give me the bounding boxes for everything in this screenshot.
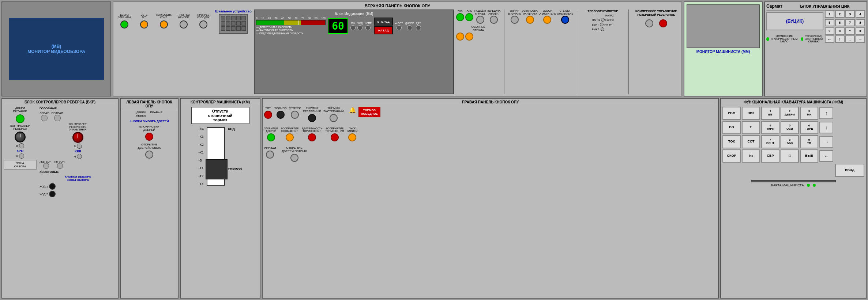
indicator-blokirovka[interactable] <box>145 133 153 141</box>
indicator-levaya[interactable] <box>41 115 48 121</box>
numpad-4[interactable]: 4 <box>856 11 865 18</box>
indicator-bditelnost[interactable] <box>308 133 316 141</box>
indicator-vent[interactable] <box>600 23 604 26</box>
fkm-vo-btn[interactable]: ВО <box>722 121 741 134</box>
numpad-1[interactable]: 1 <box>825 11 834 18</box>
indicator-aost[interactable] <box>397 25 402 30</box>
knob-reversa[interactable] <box>15 132 26 143</box>
fkm-3mk-btn[interactable]: 3МК <box>800 107 818 120</box>
indicator-progrev-kolodok[interactable] <box>199 20 207 29</box>
km-lever-handle[interactable] <box>206 159 228 179</box>
numpad-2[interactable]: 2 <box>835 11 845 18</box>
numpad-down[interactable]: ↓ <box>845 35 855 43</box>
indicator-h-reversa[interactable] <box>19 153 24 159</box>
numpad-5[interactable]: 5 <box>825 19 834 26</box>
fkm-right-arrow[interactable]: → <box>819 136 833 148</box>
fkm-down-arrow[interactable]: ↓ <box>819 122 833 133</box>
fkm-2dveri-btn[interactable]: 2ДВЕРИ <box>781 107 799 120</box>
fkm-4tkrp-btn[interactable]: 4ТКРП <box>761 121 779 134</box>
numpad-0[interactable]: 0 <box>835 27 845 35</box>
numpad-8[interactable]: 8 <box>856 19 865 26</box>
indicator-pravaya[interactable] <box>54 115 61 121</box>
fkm-9tp-btn[interactable]: 9ТП <box>800 135 818 148</box>
indicator-obogrev-2[interactable] <box>465 33 473 41</box>
indicator-ispr[interactable] <box>365 25 371 30</box>
fkm-7vent-btn[interactable]: 7ВЕНТ <box>761 135 779 148</box>
indicator-pn[interactable] <box>350 25 356 30</box>
indicator-dveri-closed[interactable] <box>120 20 128 29</box>
indicator-tpt[interactable] <box>264 111 272 119</box>
fkm-1bv-btn[interactable]: 1БВ <box>761 107 779 120</box>
fkm-vvod-btn[interactable]: ВВОД <box>835 164 864 177</box>
indicator-obogrev-1[interactable] <box>456 33 464 41</box>
numpad-hash[interactable]: # <box>856 27 865 35</box>
numpad-7[interactable]: 7 <box>845 19 855 26</box>
fkm-tok-btn[interactable]: ТОК <box>722 135 741 148</box>
indicator-dveri-pitanie[interactable] <box>16 114 25 123</box>
indicator-v-reserv[interactable] <box>77 144 82 149</box>
indicator-signal[interactable] <box>266 151 274 159</box>
indicator-compressor-2[interactable] <box>659 19 667 27</box>
fkm-square-btn[interactable]: □ <box>781 149 799 163</box>
indicator-h-reserv[interactable] <box>77 154 82 159</box>
indicator-kakh[interactable] <box>456 13 464 21</box>
indicator-vosp-torm[interactable] <box>331 133 339 141</box>
knob-khod2[interactable] <box>49 191 56 197</box>
fkm-8bbz-btn[interactable]: 8ББЗ <box>781 135 799 148</box>
indicator-tormoz-ekstren[interactable] <box>330 114 338 122</box>
knob-reserv[interactable] <box>72 132 83 143</box>
indicator-nagr1[interactable] <box>601 18 605 22</box>
indicator-steklo[interactable] <box>561 16 569 24</box>
indicator-vybor[interactable] <box>543 16 551 24</box>
fkm-sbr-btn[interactable]: СБР <box>761 149 779 163</box>
indicator-ustanovka[interactable] <box>526 16 534 24</box>
fkm-no-btn[interactable]: № <box>742 149 760 163</box>
fkm-vyb-btn[interactable]: ВЫБ <box>800 149 818 163</box>
indicator-lev-bort[interactable] <box>43 163 49 169</box>
fkm-rej-btn[interactable]: РЕЖ <box>722 107 741 120</box>
indicator-als[interactable] <box>465 13 473 21</box>
indicator-compressor-1[interactable] <box>645 19 653 27</box>
indicator-pr-bort[interactable] <box>57 163 63 169</box>
numpad-up[interactable]: ↑ <box>835 35 845 43</box>
fkm-pvu-btn[interactable]: ПВУ <box>742 107 760 120</box>
indicator-otpusk[interactable] <box>291 111 299 119</box>
indicator-tormoz-reserv[interactable] <box>308 114 316 122</box>
numpad-9[interactable]: 9 <box>825 27 834 35</box>
fkm-skor-btn[interactable]: СКОР <box>722 149 741 163</box>
vpered-btn[interactable]: ВПЕРЕД <box>374 18 393 26</box>
fkm-t-btn[interactable]: t° <box>742 121 760 134</box>
indicator-peredacha[interactable] <box>490 16 498 24</box>
numpad-left[interactable]: ← <box>825 35 834 43</box>
numpad-6[interactable]: 6 <box>835 19 845 26</box>
fkm-5osv-btn[interactable]: 5ОСВ <box>781 121 799 134</box>
numpad-right[interactable]: → <box>856 35 865 43</box>
indicator-dnepr[interactable] <box>407 25 412 30</box>
tormoz-pobednoe[interactable]: ТОРМОЗПОБЕДНОЕ <box>358 107 380 117</box>
fkm-6torc-btn[interactable]: 6ТОРЦ <box>800 121 818 134</box>
numpad-3[interactable]: 3 <box>845 11 855 18</box>
indicator-linia[interactable] <box>511 16 519 24</box>
indicator-v-reversa[interactable] <box>19 143 24 148</box>
indicator-zakr-dverey[interactable] <box>267 133 275 141</box>
knob-khod1[interactable] <box>49 183 56 190</box>
indicator-podyem[interactable] <box>476 16 484 24</box>
indicator-tormoz[interactable] <box>277 111 285 119</box>
indicator-ekstren-svyaz[interactable] <box>801 37 803 41</box>
numpad-star[interactable]: * <box>845 27 855 35</box>
nazad-btn[interactable]: НАЗАД <box>374 26 393 34</box>
indicator-pusk[interactable] <box>348 133 356 141</box>
indicator-otkrytie-lp[interactable] <box>145 151 153 159</box>
indicator-otkr-pr[interactable] <box>290 154 298 162</box>
indicator-info-tablo[interactable] <box>766 37 769 41</box>
indicator-set-ags[interactable] <box>140 20 148 29</box>
indicator-progrev-neispr[interactable] <box>180 20 188 29</box>
indicator-teplovyent[interactable] <box>160 20 168 29</box>
fkm-left-arrow[interactable]: ← <box>819 150 833 162</box>
indicator-vosp-soob[interactable] <box>286 133 294 141</box>
indicator-dau[interactable] <box>416 25 421 30</box>
fkm-sot-btn[interactable]: СОТ <box>742 135 760 148</box>
indicator-khod[interactable] <box>357 25 362 30</box>
fkm-up-arrow[interactable]: ↑ <box>819 107 833 119</box>
indicator-vykl[interactable] <box>601 27 604 31</box>
